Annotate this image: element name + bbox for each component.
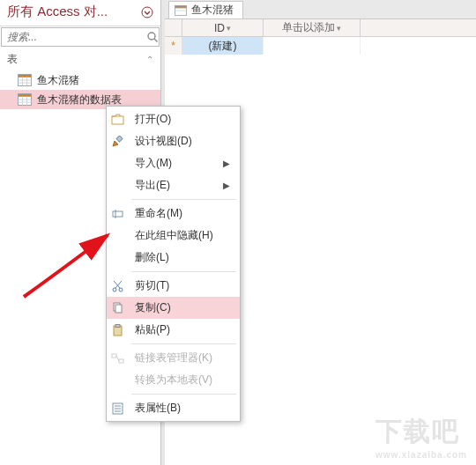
menu-item-convert-to-local: 转换为本地表(V) [107, 369, 240, 391]
context-menu: 打开(O) 设计视图(D) 导入(M) ▶ 导出(E) ▶ 重命名(M) 在此组… [106, 106, 241, 422]
svg-rect-31 [119, 359, 123, 363]
svg-rect-4 [19, 75, 32, 78]
tab-label: 鱼木混猪 [191, 3, 234, 18]
table-icon [175, 5, 187, 16]
table-icon [18, 93, 32, 106]
cut-icon [107, 280, 130, 292]
svg-rect-19 [116, 136, 123, 142]
submenu-arrow-icon: ▶ [222, 181, 231, 190]
open-icon [107, 114, 130, 126]
menu-item-label: 复制(C) [135, 300, 231, 315]
datasheet-header: ID ▾ 单击以添加 ▾ [165, 19, 476, 37]
menu-separator [131, 394, 236, 395]
menu-separator [131, 199, 236, 200]
menu-item-label: 导出(E) [135, 178, 217, 193]
menu-separator [131, 343, 236, 344]
menu-item-linked-table-manager: 链接表管理器(K) [107, 347, 240, 369]
menu-item-label: 链接表管理器(K) [135, 351, 231, 365]
menu-item-label: 打开(O) [135, 112, 231, 127]
svg-rect-10 [19, 94, 32, 97]
menu-item-rename[interactable]: 重命名(M) [107, 203, 240, 225]
select-all-cell[interactable] [165, 19, 182, 36]
table-icon [18, 74, 32, 86]
chevron-up-icon: ⌃ [146, 55, 153, 64]
svg-rect-16 [175, 5, 187, 8]
menu-separator [131, 271, 236, 272]
svg-rect-27 [115, 305, 122, 313]
menu-item-cut[interactable]: 剪切(T) [107, 275, 240, 297]
svg-rect-20 [113, 211, 123, 217]
design-view-icon [107, 136, 130, 148]
navigation-pane-title: 所有 Access 对... [7, 4, 141, 20]
sidebar-item-table-1[interactable]: 鱼木混猪 [0, 70, 160, 90]
group-header-tables[interactable]: 表 ⌃ [0, 47, 160, 70]
menu-item-label: 重命名(M) [135, 206, 231, 221]
svg-point-0 [142, 7, 152, 18]
dropdown-icon[interactable]: ▾ [337, 24, 341, 33]
cell-add[interactable] [264, 37, 361, 55]
menu-item-delete[interactable]: 删除(L) [107, 247, 240, 269]
search-row [1, 27, 160, 47]
copy-icon [107, 302, 130, 314]
properties-icon [107, 402, 130, 415]
svg-rect-30 [112, 354, 116, 358]
menu-item-label: 在此组中隐藏(H) [135, 228, 231, 243]
menu-item-paste[interactable]: 粘贴(P) [107, 319, 240, 341]
menu-item-design-view[interactable]: 设计视图(D) [107, 130, 240, 152]
menu-item-open[interactable]: 打开(O) [107, 108, 240, 130]
menu-item-label: 粘贴(P) [135, 322, 231, 337]
sidebar-item-label: 鱼木混猪 [37, 73, 79, 88]
cell-id[interactable]: (新建) [182, 37, 264, 55]
svg-point-1 [148, 33, 155, 40]
menu-item-label: 设计视图(D) [135, 134, 231, 149]
rename-icon [107, 208, 130, 220]
search-icon[interactable] [145, 31, 159, 43]
svg-point-22 [113, 288, 116, 292]
svg-rect-18 [112, 116, 123, 124]
column-header-label: ID [214, 22, 225, 34]
column-header-add[interactable]: 单击以添加 ▾ [264, 19, 361, 36]
document-tabbar: 鱼木混猪 [165, 0, 476, 19]
menu-item-label: 导入(M) [135, 156, 217, 171]
table-row-new[interactable]: * (新建) [165, 37, 476, 55]
menu-item-import[interactable]: 导入(M) ▶ [107, 152, 240, 174]
svg-line-2 [154, 39, 158, 42]
svg-point-23 [119, 288, 123, 292]
search-input[interactable] [2, 31, 145, 43]
link-icon [107, 352, 130, 365]
menu-item-export[interactable]: 导出(E) ▶ [107, 174, 240, 196]
paste-icon [107, 324, 130, 336]
sidebar-item-label: 鱼木混猪的数据表 [37, 92, 122, 107]
menu-item-copy[interactable]: 复制(C) [107, 297, 240, 319]
menu-item-hide-in-group[interactable]: 在此组中隐藏(H) [107, 225, 240, 247]
menu-item-label: 转换为本地表(V) [135, 373, 231, 388]
new-record-icon: * [165, 37, 182, 55]
tab-table[interactable]: 鱼木混猪 [168, 1, 243, 18]
menu-item-label: 表属性(B) [135, 401, 231, 416]
menu-item-table-properties[interactable]: 表属性(B) [107, 397, 240, 419]
dropdown-icon[interactable]: ▾ [227, 24, 231, 33]
column-header-label: 单击以添加 [282, 20, 335, 35]
column-header-id[interactable]: ID ▾ [182, 19, 264, 36]
submenu-arrow-icon: ▶ [222, 159, 231, 168]
menu-item-label: 剪切(T) [135, 278, 231, 293]
chevron-down-icon[interactable] [141, 6, 153, 18]
menu-item-label: 删除(L) [135, 250, 231, 265]
svg-rect-29 [115, 324, 120, 327]
navigation-pane-header[interactable]: 所有 Access 对... [0, 0, 160, 26]
group-label: 表 [7, 52, 18, 67]
svg-line-32 [116, 356, 119, 361]
